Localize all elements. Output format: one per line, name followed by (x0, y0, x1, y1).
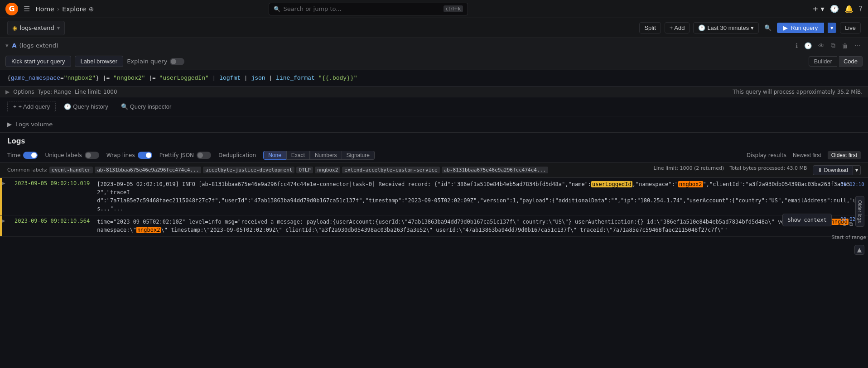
query-info-icon[interactable]: ℹ (794, 41, 800, 50)
query-editor-area: ▾ A (logs-extend) ℹ 🕐 👁 ⧉ 🗑 ⋯ Kick start… (0, 38, 868, 97)
share-icon[interactable]: ⊕ (89, 5, 94, 13)
label-ab1[interactable]: ab-8131bbaa675e46e9a296fcc474c4... (95, 167, 201, 173)
search-icon: 🔍 (274, 6, 280, 12)
bar-right: Line limit: 1000 (2 returned) Total byte… (654, 165, 861, 175)
prettify-json-toggle[interactable] (197, 152, 211, 159)
options-row: ▶ Options Type: Range Line limit: 1000 T… (0, 86, 868, 97)
unique-labels-label: Unique labels (45, 152, 82, 158)
datasource-selector[interactable]: ◉ logs-extend ▾ (7, 21, 65, 35)
split-button[interactable]: Split (639, 22, 661, 33)
home-link[interactable]: Home (35, 5, 54, 13)
highlight-nngbox2-2: nngbox2 (136, 227, 161, 233)
builder-tab[interactable]: Builder (809, 56, 837, 67)
label-accelbyte[interactable]: accelbyte-justice-development (203, 167, 294, 173)
code-tab[interactable]: Code (839, 56, 863, 67)
help-icon[interactable]: ? (859, 5, 863, 13)
time-range-button[interactable]: 🕐 Last 30 minutes ▾ (693, 22, 759, 33)
label-ab2[interactable]: ab-8131bbaa675e46e9a296fcc474c4... (442, 167, 548, 173)
inspector-label: Query inspector (130, 103, 172, 110)
add-icon[interactable]: + ▾ (812, 5, 825, 13)
older-logs-area: Older logs (855, 196, 864, 227)
options-chevron[interactable]: ▶ (5, 89, 10, 95)
top-navigation: G ☰ Home › Explore ⊕ 🔍 Search or jump to… (0, 0, 868, 18)
dedup-signature[interactable]: Signature (342, 151, 375, 160)
log-content: [2023-09-05 02:02:10,019] INFO [ab-8131b… (93, 178, 868, 215)
dedup-none[interactable]: None (263, 151, 286, 160)
label-event-handler[interactable]: event-handler (49, 167, 93, 173)
hamburger-menu[interactable]: ☰ (24, 0, 30, 18)
log-timestamp: 2023-09-05 09:02:10.564 (11, 215, 93, 236)
query-inspector-button[interactable]: 🔍 Query inspector (116, 101, 176, 112)
label-otlp[interactable]: OTLP (296, 167, 313, 173)
start-range-label: Start of range (832, 234, 866, 241)
options-label[interactable]: Options (13, 89, 34, 95)
add-icon: + (13, 103, 17, 110)
alert-icon[interactable]: 🕐 (830, 5, 839, 13)
zoom-icon[interactable]: 🔍 (762, 24, 773, 31)
table-row[interactable]: ▶ 2023-09-05 09:02:10.019 [2023-09-05 02… (0, 178, 868, 215)
label-nngbox2[interactable]: nngbox2 (315, 167, 340, 173)
wrap-lines-toggle[interactable] (138, 152, 152, 159)
prettify-json-label: Prettify JSON (159, 152, 194, 158)
log-expand-icon[interactable]: ▶ (2, 215, 11, 236)
time-range-label: Last 30 minutes (707, 24, 749, 31)
label-extend[interactable]: extend-accelbyte-custom-service (342, 167, 439, 173)
query-copy-icon[interactable]: ⧉ (829, 41, 837, 50)
older-logs-button[interactable]: Older logs (855, 196, 864, 227)
grafana-logo[interactable]: G (5, 3, 18, 15)
top-right-icons: + ▾ 🕐 🔔 ? (812, 5, 863, 13)
news-icon[interactable]: 🔔 (844, 5, 854, 13)
display-results-label: Display results (747, 152, 786, 158)
datasource-name: logs-extend (19, 24, 54, 31)
oldest-first-button[interactable]: Oldest first (828, 151, 861, 159)
display-results: Display results Newest first Oldest firs… (747, 151, 861, 159)
add-query-button[interactable]: + + Add query (7, 101, 56, 112)
run-icon: ▶ (783, 24, 788, 31)
unique-labels-toggle[interactable] (85, 152, 99, 159)
table-row[interactable]: ▶ 2023-09-05 09:02:10.564 time="2023-09-… (0, 215, 868, 237)
show-context-label: Show context (787, 217, 827, 223)
show-context-tooltip[interactable]: Show context (782, 214, 832, 226)
explain-toggle-switch[interactable] (170, 58, 184, 65)
query-delete-icon[interactable]: 🗑 (840, 41, 850, 50)
logs-volume-label: Logs volume (15, 121, 53, 128)
query-eye-icon[interactable]: 👁 (816, 41, 826, 50)
kick-start-button[interactable]: Kick start your query (5, 56, 71, 67)
log-expand-icon[interactable]: ▶ (2, 178, 11, 215)
query-more-icon[interactable]: ⋯ (853, 41, 863, 50)
add-button[interactable]: + Add (665, 22, 690, 33)
run-query-button[interactable]: ▶ Run query (777, 23, 824, 33)
logs-container: ▶ 2023-09-05 09:02:10.019 [2023-09-05 02… (0, 178, 868, 268)
time-sidebar: 09:02:10 (840, 182, 864, 187)
type-label: Type: Range (38, 89, 71, 95)
older-logs-label: Older logs (857, 200, 863, 223)
query-history-button[interactable]: 🕐 Query history (59, 101, 112, 112)
download-button[interactable]: ⬇ Download (813, 165, 853, 175)
dedup-exact[interactable]: Exact (286, 151, 310, 160)
query-clock-icon[interactable]: 🕐 (802, 41, 814, 50)
logs-controls: Time Unique labels Wrap lines Prettify J… (0, 148, 868, 163)
logs-volume-chevron: ▶ (7, 121, 12, 128)
scroll-up-button[interactable]: ▲ (854, 245, 864, 255)
time-toggle[interactable] (23, 152, 38, 159)
query-info-text: This query will process approximately 35… (733, 89, 863, 95)
run-query-caret[interactable]: ▾ (828, 23, 836, 33)
live-button[interactable]: Live (840, 22, 861, 33)
global-search[interactable]: 🔍 Search or jump to... ctrl+k (269, 3, 468, 15)
inspector-icon: 🔍 (121, 103, 128, 110)
explore-link[interactable]: Explore (62, 5, 86, 13)
collapse-icon[interactable]: ▾ (5, 42, 9, 49)
wrap-lines-label: Wrap lines (106, 152, 135, 158)
newest-first-button[interactable]: Newest first (789, 151, 825, 159)
download-caret[interactable]: ▾ (853, 165, 861, 175)
toolbar-right: Split + Add 🕐 Last 30 minutes ▾ 🔍 ▶ Run … (639, 22, 861, 33)
add-query-label: + Add query (19, 103, 50, 110)
logs-volume-section[interactable]: ▶ Logs volume (0, 116, 868, 133)
label-browser-button[interactable]: Label browser (75, 56, 124, 67)
explain-toggle-group: Explain query (127, 58, 184, 65)
log-rows: ▶ 2023-09-05 09:02:10.019 [2023-09-05 02… (0, 178, 868, 237)
dedup-numbers[interactable]: Numbers (310, 151, 342, 160)
history-label: Query history (73, 103, 108, 110)
query-input-area[interactable]: {game_namespace="nngbox2"} |= "nngbox2" … (0, 70, 868, 86)
datasource-chevron: ▾ (57, 24, 60, 31)
